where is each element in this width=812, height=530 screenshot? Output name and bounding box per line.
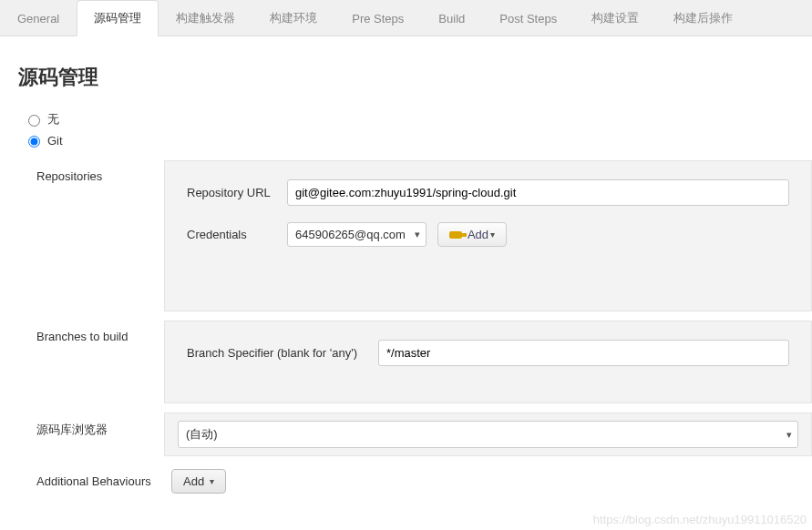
tab-pre-steps[interactable]: Pre Steps bbox=[334, 0, 421, 36]
repo-url-label: Repository URL bbox=[187, 186, 287, 199]
credentials-label: Credentials bbox=[187, 228, 287, 241]
tab-triggers[interactable]: 构建触发器 bbox=[159, 0, 252, 36]
section-title: 源码管理 bbox=[18, 64, 812, 91]
add-behaviour-button[interactable]: Add ▾ bbox=[171, 469, 226, 494]
additional-label: Additional Behaviours bbox=[18, 465, 164, 488]
tab-build-settings[interactable]: 构建设置 bbox=[574, 0, 656, 36]
tab-general[interactable]: General bbox=[0, 0, 77, 36]
repo-browser-label: 源码库浏览器 bbox=[18, 413, 164, 438]
repositories-panel: Repository URL Credentials 645906265@qq.… bbox=[164, 160, 812, 311]
tab-build[interactable]: Build bbox=[421, 0, 482, 36]
key-icon bbox=[449, 231, 462, 239]
tab-post-build[interactable]: 构建后操作 bbox=[656, 0, 750, 36]
branch-specifier-input[interactable] bbox=[378, 340, 789, 366]
radio-none-label: 无 bbox=[47, 111, 59, 127]
credentials-select[interactable]: 645906265@qq.com bbox=[287, 222, 427, 247]
repo-url-input[interactable] bbox=[287, 179, 789, 206]
branches-panel: Branch Specifier (blank for 'any') bbox=[164, 321, 812, 403]
caret-down-icon: ▾ bbox=[210, 476, 214, 486]
radio-git-label: Git bbox=[47, 134, 63, 148]
radio-none[interactable] bbox=[28, 115, 40, 127]
scm-section: 源码管理 无 Git Repositories Repository URL C… bbox=[0, 36, 812, 494]
tab-post-steps[interactable]: Post Steps bbox=[482, 0, 574, 36]
repo-browser-panel: (自动) bbox=[164, 413, 812, 456]
scm-option-none[interactable]: 无 bbox=[24, 111, 812, 127]
config-tabs: General 源码管理 构建触发器 构建环境 Pre Steps Build … bbox=[0, 0, 812, 36]
tab-scm[interactable]: 源码管理 bbox=[77, 0, 159, 36]
branch-specifier-label: Branch Specifier (blank for 'any') bbox=[187, 346, 378, 360]
scm-option-git[interactable]: Git bbox=[24, 133, 812, 148]
radio-git[interactable] bbox=[28, 136, 40, 148]
tab-environment[interactable]: 构建环境 bbox=[252, 0, 334, 36]
branches-label: Branches to build bbox=[18, 321, 164, 343]
repo-browser-select[interactable]: (自动) bbox=[178, 421, 798, 448]
add-credentials-button[interactable]: Add ▾ bbox=[437, 222, 507, 247]
chevron-down-icon: ▾ bbox=[490, 229, 495, 240]
repositories-label: Repositories bbox=[18, 160, 164, 183]
